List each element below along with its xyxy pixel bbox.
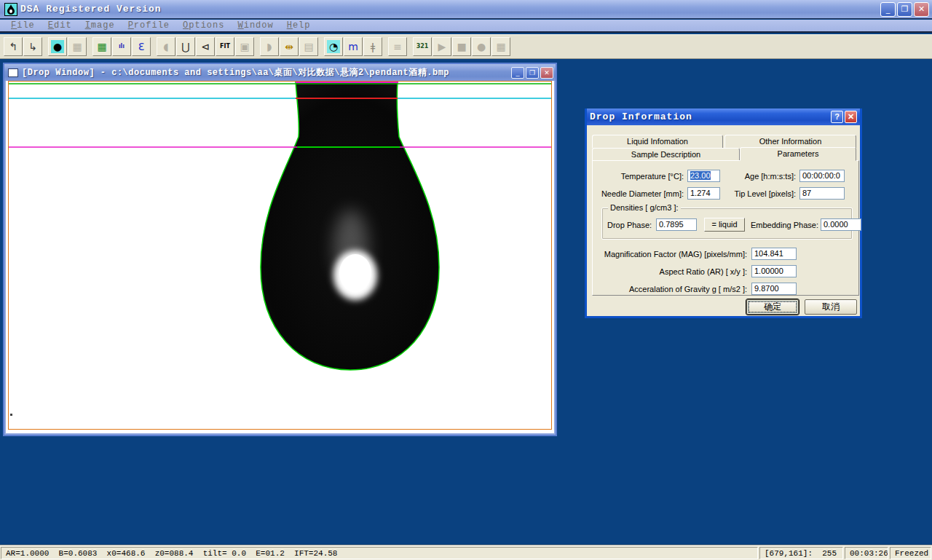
dsa-drop-logo-icon[interactable]: ● <box>48 37 67 56</box>
status-time: 00:03:26 <box>845 547 888 559</box>
clipboard-icon[interactable]: ▤ <box>299 37 318 56</box>
status-camera-state: Freezed <box>890 547 931 559</box>
open-image-icon: ↰ <box>7 40 20 53</box>
gravity-input[interactable]: 9.8700 <box>751 283 797 295</box>
app-logo-icon <box>4 3 17 16</box>
syringe-icon: ǂ <box>366 40 379 53</box>
menu-edit[interactable]: Edit <box>42 20 79 31</box>
drop-minimize-button[interactable]: _ <box>511 67 524 79</box>
record-icon[interactable]: ● <box>472 37 491 56</box>
clock-icon: ◔ <box>327 40 340 53</box>
drop-information-dialog: Drop Information ? ✕ Liquid Infomation O… <box>585 109 862 318</box>
close-button[interactable]: ✕ <box>914 2 929 17</box>
menu-options[interactable]: Options <box>176 20 231 31</box>
magnification-input[interactable]: 104.841 <box>751 248 797 260</box>
extract-profile-icon[interactable]: ▦ <box>68 37 87 56</box>
needle-diameter-input[interactable]: 1.274 <box>687 187 720 200</box>
age-label: Age [h:m:s:ts]: <box>745 172 796 181</box>
equals-liquid-button[interactable]: = liquid <box>704 218 745 232</box>
dialog-close-button[interactable]: ✕ <box>845 111 857 123</box>
cancel-button[interactable]: 取消 <box>805 299 857 315</box>
open-image-icon[interactable]: ↰ <box>4 37 23 56</box>
restore-button[interactable]: ❐ <box>897 2 912 17</box>
bar-chart-icon[interactable]: ılı <box>112 37 131 56</box>
embedding-phase-input[interactable]: 0.0000 <box>821 218 861 231</box>
play-icon: ▶ <box>435 40 449 53</box>
data-table-icon: ▦ <box>95 40 108 53</box>
magnification-label: Magnification Factor (MAG) [pixels/mm]: <box>604 250 747 259</box>
drop-profile-icon: ◗ <box>263 40 276 53</box>
stop-icon[interactable]: ■ <box>452 37 471 56</box>
age-input[interactable]: 00:00:00:0 <box>799 170 845 182</box>
video-sequence-321-icon: 321 <box>416 40 429 53</box>
drop-image-area[interactable] <box>8 81 552 430</box>
dsa-drop-logo-icon: ● <box>51 40 64 53</box>
drop-window-client <box>6 81 554 433</box>
tab-other-information[interactable]: Other Information <box>724 135 856 148</box>
ok-button[interactable]: 确定 <box>746 299 799 315</box>
embedding-phase-label: Embedding Phase: <box>751 221 818 229</box>
toolbar-separator <box>151 37 157 56</box>
drop-window-titlebar[interactable]: [Drop Window] - c:\documents and setting… <box>4 64 556 81</box>
dialog-titlebar[interactable]: Drop Information ? ✕ <box>587 109 860 125</box>
toolbar-separator <box>255 37 260 56</box>
tip-level-label: Tip Level [pixels]: <box>734 189 796 198</box>
drop-profile-icon[interactable]: ◗ <box>260 37 279 56</box>
calipers-icon: ⇹ <box>283 40 296 53</box>
needle-tip-icon[interactable]: ⊲ <box>196 37 215 56</box>
drop-glyph <box>7 4 15 15</box>
pendant-drop-icon[interactable]: ⋃ <box>176 37 195 56</box>
status-cursor-coords: [679,161]: 255 <box>759 547 843 559</box>
save-image-icon[interactable]: ↳ <box>23 37 42 56</box>
print-icon[interactable]: ≡ <box>388 37 407 56</box>
menu-profile[interactable]: Profile <box>122 20 176 31</box>
sessile-drop-icon: ◖ <box>159 40 173 53</box>
menu-file[interactable]: File <box>4 20 42 31</box>
fit-icon[interactable]: FIT <box>216 37 234 56</box>
drop-phase-input[interactable]: 0.7895 <box>656 218 697 231</box>
drop-phase-label: Drop Phase: <box>607 221 652 229</box>
minimize-button[interactable]: _ <box>880 2 896 17</box>
menu-window[interactable]: Window <box>231 20 280 31</box>
aspect-ratio-input[interactable]: 1.00000 <box>751 265 797 277</box>
fit-icon: FIT <box>218 40 232 53</box>
drop-close-button[interactable]: ✕ <box>540 67 553 79</box>
clock-icon[interactable]: ◔ <box>324 37 343 56</box>
menu-image[interactable]: Image <box>79 20 122 31</box>
save-image-icon: ↳ <box>26 40 39 53</box>
magnification-icon[interactable]: m <box>344 37 363 56</box>
tip-level-input[interactable]: 87 <box>799 187 845 200</box>
drop-window-title: [Drop Window] - c:\documents and setting… <box>22 66 449 79</box>
pendant-drop-image <box>9 82 552 430</box>
menu-help[interactable]: Help <box>280 20 317 31</box>
tab-liquid-information[interactable]: Liquid Infomation <box>592 135 723 148</box>
calipers-icon[interactable]: ⇹ <box>280 37 299 56</box>
grid-icon[interactable]: ▦ <box>491 37 510 56</box>
needle-diameter-label: Needle Diameter [mm]: <box>601 189 684 198</box>
epsilon-icon[interactable]: Ɛ <box>132 37 151 56</box>
data-table-icon[interactable]: ▦ <box>92 37 111 56</box>
syringe-icon[interactable]: ǂ <box>363 37 382 56</box>
main-titlebar: DSA Registered Version _ ❐ ✕ <box>0 0 932 19</box>
needle-tip-icon: ⊲ <box>199 40 212 53</box>
densities-caption: Densities [ g/cm3 ]: <box>608 203 681 212</box>
parameters-panel: Temperature [°C]: 23.00 Age [h:m:s:ts]: … <box>592 160 859 296</box>
drop-maximize-button[interactable]: ❐ <box>526 67 539 79</box>
toolbar-separator <box>408 37 413 56</box>
menu-bar: FileEditImageProfileOptionsWindowHelp <box>0 20 932 33</box>
sessile-drop-icon[interactable]: ◖ <box>157 37 175 56</box>
toolbar-separator <box>87 37 92 56</box>
video-sequence-321-icon[interactable]: 321 <box>413 37 432 56</box>
temperature-input[interactable]: 23.00 <box>687 170 720 182</box>
tab-sample-description[interactable]: Sample Description <box>592 148 740 161</box>
record-icon: ● <box>475 40 488 53</box>
magnification-icon: m <box>347 40 360 53</box>
dialog-help-button[interactable]: ? <box>831 111 843 123</box>
frame-icon[interactable]: ▣ <box>235 37 254 56</box>
extract-profile-icon: ▦ <box>71 40 84 53</box>
drop-window-system-icon[interactable] <box>8 68 18 77</box>
toolbar-separator <box>383 37 388 56</box>
bar-chart-icon: ılı <box>115 40 128 53</box>
tab-parameters[interactable]: Parameters <box>740 147 856 161</box>
play-icon[interactable]: ▶ <box>433 37 451 56</box>
